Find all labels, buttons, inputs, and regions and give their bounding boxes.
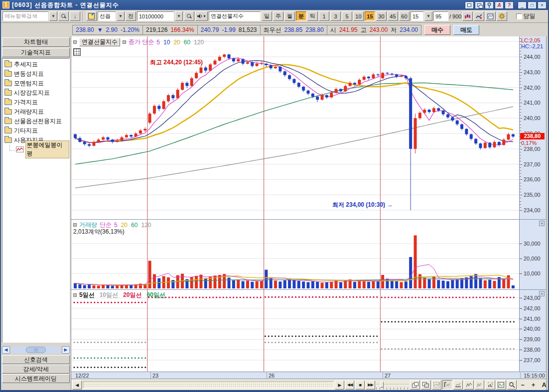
volume-axis[interactable]: × 10,00020,00030,000	[519, 219, 546, 289]
alert-sound-button[interactable]: ▼	[195, 11, 208, 21]
close-button[interactable]: ×	[538, 1, 547, 9]
zoom-in-icon[interactable]: +	[529, 380, 539, 390]
replay-speed-slider[interactable]	[376, 381, 410, 390]
window-cascade-icon[interactable]	[475, 1, 484, 9]
indicator-chart-plot[interactable]: 5일선10일선20일선60일선	[71, 289, 519, 372]
period-day-button[interactable]: 일	[262, 11, 272, 21]
tree-item-price[interactable]: 가격지표	[4, 98, 69, 107]
bar-count-input[interactable]: 95	[433, 11, 448, 21]
save-chart-button[interactable]	[485, 11, 496, 21]
minute-combo[interactable]: 15	[411, 11, 423, 21]
play-forward-icon[interactable]: ▶	[335, 381, 344, 390]
minimize-button[interactable]: _	[518, 1, 527, 9]
close-panel-icon[interactable]: ×	[539, 221, 545, 226]
chart-style-baseline-icon[interactable]	[453, 380, 463, 390]
volume-chart-plot[interactable]: 거래량 단순 52060120 2,013계약(36,13%)	[71, 219, 519, 289]
scroll-left-icon[interactable]: ◀	[2, 346, 10, 354]
code-dropdown[interactable]: ▼	[175, 11, 183, 21]
zoom-out-icon[interactable]: −	[518, 380, 528, 390]
window-split-icon[interactable]	[465, 1, 474, 9]
mode-minute-button[interactable]: 분	[296, 11, 306, 21]
minute-15-button[interactable]: 15	[365, 11, 375, 21]
chart-style-multi-icon[interactable]	[475, 380, 485, 390]
tree-item-user-indicator[interactable]: 분봉에일봉이평	[9, 145, 69, 154]
period-month-button[interactable]: 월	[284, 11, 295, 21]
symbol-input[interactable]: 연결선물지수	[209, 11, 261, 21]
sell-button[interactable]: 매도	[453, 25, 479, 35]
code-input[interactable]: 10100000	[137, 11, 174, 21]
time-axis[interactable]: 12/22 23 26 27 15:15:00	[71, 372, 546, 379]
tree-item-etc[interactable]: 기타지표	[4, 126, 69, 135]
menu-search-button[interactable]	[58, 11, 69, 21]
scroll-thumb[interactable]	[26, 347, 46, 353]
jeon-button[interactable]: 전	[126, 11, 136, 21]
tree-item-futures-options[interactable]: 선물옵션전용지표	[4, 117, 69, 126]
market-select[interactable]: 선옵	[98, 11, 116, 21]
help-button[interactable]: ?	[505, 1, 514, 9]
maximize-button[interactable]: □	[528, 1, 537, 9]
collapse-toggle-icon[interactable]	[73, 293, 77, 297]
settings-button[interactable]	[497, 11, 507, 21]
chart-style-axis-icon[interactable]	[442, 380, 452, 390]
scroll-track[interactable]	[11, 347, 61, 353]
titlebar[interactable]: 1 [0603] 선옵종합차트 - 연결선물지수 A ? _ □ ×	[1, 0, 548, 10]
close-panel-icon[interactable]: ×	[539, 291, 545, 296]
tree-item-momentum[interactable]: 모멘텀지표	[4, 79, 69, 88]
minute-5-button[interactable]: 5	[342, 11, 352, 21]
period-week-button[interactable]: 주	[273, 11, 283, 21]
minute-1-button[interactable]: 1	[319, 11, 329, 21]
collapse-toggle-icon[interactable]	[73, 223, 77, 227]
tech-indicator-header-button[interactable]: 기술적지표	[2, 48, 70, 57]
mode-tick-button[interactable]: 틱	[307, 11, 318, 21]
signal-search-button[interactable]: 신호검색	[2, 355, 70, 364]
hscroll-left-icon[interactable]: ◀	[72, 381, 82, 390]
hscroll-track[interactable]	[83, 381, 334, 389]
scroll-right-icon[interactable]: ▶	[62, 346, 70, 354]
collapse-toggle-icon[interactable]	[73, 40, 77, 44]
minute-30-button[interactable]: 30	[376, 11, 387, 21]
minute-45-button[interactable]: 45	[388, 11, 398, 21]
minute-combo-dropdown[interactable]: ▼	[424, 11, 432, 21]
line-style-button[interactable]	[474, 11, 484, 21]
price-series-tab[interactable]: 연결선물지수	[79, 38, 120, 46]
minute-10-button[interactable]: 10	[353, 11, 364, 21]
tree-item-market-strength[interactable]: 시장강도지표	[4, 88, 69, 98]
menu-go-button[interactable]: ↓	[70, 11, 80, 21]
grid-tool-icon[interactable]	[73, 48, 81, 56]
rewind-icon[interactable]: ◀◀	[345, 381, 355, 390]
strength-weakness-button[interactable]: 강세/약세	[2, 365, 70, 374]
chart-image-icon[interactable]	[496, 380, 506, 390]
minute-3-button[interactable]: 3	[330, 11, 341, 21]
price-chart-plot[interactable]: 연결선물지수 종가 단순 5102060120 최고 244,20 (12:45…	[71, 36, 519, 219]
zoom-icon[interactable]	[507, 380, 517, 390]
menu-search-input[interactable]: 메뉴항목검색	[2, 11, 48, 21]
font-button[interactable]: A	[495, 1, 504, 9]
system-trading-button[interactable]: 시스템트레이딩	[2, 374, 70, 383]
indicator-chart-canvas[interactable]	[71, 290, 519, 372]
sidebar-scrollbar[interactable]: ◀ ▶	[2, 346, 70, 354]
buy-button[interactable]: 매수	[424, 25, 450, 35]
cascade-windows-icon[interactable]	[410, 380, 420, 390]
tree-item-volatility[interactable]: 변동성지표	[4, 69, 69, 79]
chart-style-line-icon[interactable]	[464, 380, 474, 390]
fast-forward-icon[interactable]: ▶▶	[366, 381, 375, 390]
pin-icon[interactable]	[485, 1, 494, 9]
market-dropdown[interactable]: ▼	[117, 11, 125, 21]
tree-item-volume[interactable]: 거래량지표	[4, 107, 69, 117]
tree-item-trend[interactable]: 추세지표	[4, 60, 69, 69]
chart-sound-icon[interactable]	[485, 380, 495, 390]
collapse-toggle-icon[interactable]	[123, 40, 126, 44]
memo-button[interactable]	[86, 11, 97, 21]
price-chart-canvas[interactable]	[71, 36, 519, 219]
volume-chart-canvas[interactable]	[71, 220, 519, 289]
pattern-area-icon[interactable]	[432, 380, 442, 390]
indicator-axis[interactable]: × 237,00238,00239,00240,00241,00242,0024…	[519, 289, 546, 372]
stop-icon[interactable]: ■	[355, 381, 365, 390]
tile-windows-icon[interactable]	[421, 380, 431, 390]
slider-handle[interactable]	[380, 382, 384, 388]
candle-style-button[interactable]	[462, 11, 473, 21]
code-search-button[interactable]	[184, 11, 194, 21]
dangil-checkbox[interactable]	[516, 13, 522, 19]
minute-60-button[interactable]: 60	[399, 11, 410, 21]
price-axis[interactable]: LC:2,05 HC:-2,21 238,80 0,17% 234,00235,…	[519, 36, 546, 219]
